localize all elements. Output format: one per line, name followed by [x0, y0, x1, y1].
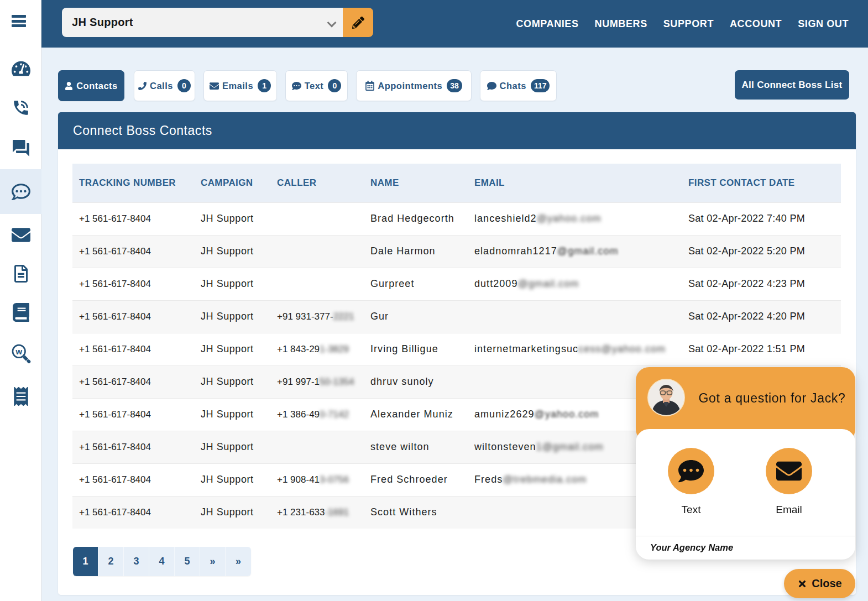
svg-text:w: w	[15, 347, 22, 356]
